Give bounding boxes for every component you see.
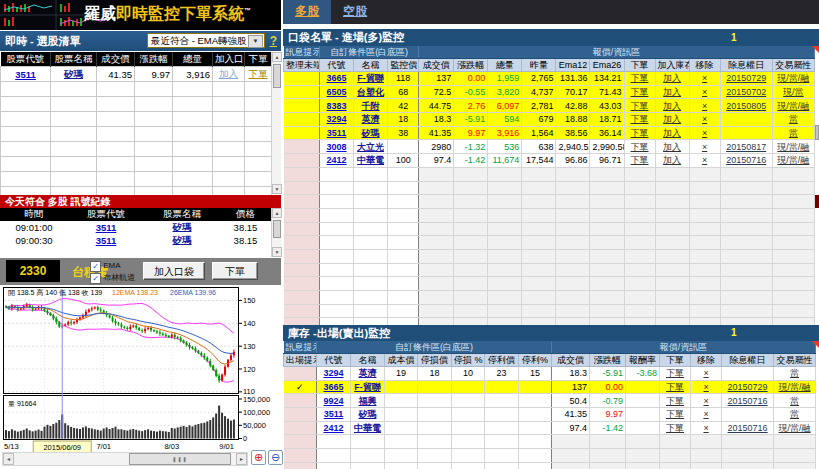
stock-code-link[interactable]: 3511: [68, 221, 144, 234]
order-link[interactable]: 下單: [660, 367, 691, 381]
scroll-up-icon[interactable]: ▲: [272, 52, 282, 62]
stock-code-link[interactable]: 3511: [68, 234, 144, 247]
scroll-down-icon[interactable]: ▼: [272, 247, 282, 257]
signal-filter-dropdown[interactable]: 最近符合 - EMA轉強股 ▼: [147, 33, 265, 48]
scroll-down-icon[interactable]: ▼: [272, 184, 282, 194]
stock-name-link[interactable]: 福興: [351, 394, 385, 408]
scrollbar-thumb[interactable]: [273, 64, 281, 88]
ex-dividend-date-link[interactable]: 20150716: [722, 394, 774, 408]
add-to-inventory-link[interactable]: 加入: [655, 85, 689, 99]
stock-code-link[interactable]: 3511: [317, 408, 351, 422]
ex-dividend-date-link[interactable]: 20150817: [720, 140, 772, 154]
stock-code-link[interactable]: 3511: [320, 126, 354, 140]
ema-checkbox[interactable]: ✓: [90, 261, 101, 272]
trade-attribute-link[interactable]: 現/當/融: [774, 380, 816, 394]
remove-link[interactable]: ×: [689, 113, 720, 127]
scroll-up-icon[interactable]: ▲: [272, 208, 282, 218]
order-link[interactable]: 下單: [245, 67, 272, 82]
stock-name-link[interactable]: F-貿聯: [351, 380, 385, 394]
stock-code-link[interactable]: 6505: [320, 85, 354, 99]
trade-attribute-link[interactable]: 現/當/融: [772, 72, 814, 86]
remove-link[interactable]: ×: [691, 367, 722, 381]
scrollbar-thumb[interactable]: [815, 125, 819, 140]
stock-name-link[interactable]: 矽瑪: [354, 126, 388, 140]
signal-scrollbar[interactable]: ▲ ▼: [271, 208, 281, 257]
trade-attribute-link[interactable]: 當: [772, 126, 814, 140]
place-order-button[interactable]: 下單: [212, 262, 258, 280]
remove-link[interactable]: ×: [689, 85, 720, 99]
trade-attribute-link[interactable]: 現/當: [772, 85, 814, 99]
stock-name-link[interactable]: 矽瑪: [144, 234, 220, 247]
zoom-in-icon[interactable]: ⊕: [251, 450, 266, 465]
stock-name-link[interactable]: 千附: [354, 99, 388, 113]
stock-name-link[interactable]: 英濟: [351, 367, 385, 381]
chart-horizontal-scrollbar[interactable]: ◄ ❚❚❚ ►: [2, 452, 248, 466]
stock-name-link[interactable]: 矽瑪: [51, 67, 97, 82]
stock-code-link[interactable]: 3294: [317, 367, 351, 381]
scrollbar-thumb[interactable]: [273, 220, 281, 238]
remove-link[interactable]: ×: [689, 72, 720, 86]
bollinger-checkbox[interactable]: ✓: [90, 273, 101, 284]
remove-link[interactable]: ×: [689, 126, 720, 140]
stock-code-link[interactable]: 3665: [317, 380, 351, 394]
trade-attribute-link[interactable]: 當: [774, 367, 816, 381]
stock-code-link[interactable]: 3511: [1, 67, 51, 82]
ex-dividend-date-link[interactable]: 20150805: [720, 99, 772, 113]
tab-short[interactable]: 空股: [331, 0, 379, 24]
stock-name-link[interactable]: 台塑化: [354, 85, 388, 99]
stock-name-link[interactable]: 中華電: [354, 154, 388, 168]
trade-attribute-link[interactable]: 現/當/融: [772, 99, 814, 113]
add-to-inventory-link[interactable]: 加入: [655, 154, 689, 168]
stock-name-link[interactable]: 英濟: [354, 113, 388, 127]
add-to-inventory-link[interactable]: 加入: [655, 140, 689, 154]
zoom-out-icon[interactable]: ⊖: [268, 450, 283, 465]
remove-link[interactable]: ×: [689, 140, 720, 154]
trade-attribute-link[interactable]: 現/當/融: [772, 154, 814, 168]
stock-code-link[interactable]: 2412: [317, 421, 351, 435]
order-link[interactable]: 下單: [624, 113, 655, 127]
stock-code-link[interactable]: 3665: [320, 72, 354, 86]
order-link[interactable]: 下單: [660, 421, 691, 435]
add-to-pocket-button[interactable]: 加入口袋: [143, 262, 205, 280]
trade-attribute-link[interactable]: 現/當/融: [774, 421, 816, 435]
trade-attribute-link[interactable]: 當: [772, 113, 814, 127]
remove-link[interactable]: ×: [689, 99, 720, 113]
order-link[interactable]: 下單: [660, 408, 691, 422]
remove-link[interactable]: ×: [691, 421, 722, 435]
trade-attribute-link[interactable]: 現/當/融: [772, 140, 814, 154]
ex-dividend-date-link[interactable]: 20150702: [720, 85, 772, 99]
tab-long[interactable]: 多股: [283, 0, 331, 24]
ex-dividend-date-link[interactable]: 20150716: [722, 421, 774, 435]
ex-dividend-date-link[interactable]: 20150716: [720, 154, 772, 168]
ex-dividend-date-link[interactable]: 20150729: [722, 380, 774, 394]
add-to-pocket-link[interactable]: 加入: [213, 67, 245, 82]
add-to-inventory-link[interactable]: 加入: [655, 72, 689, 86]
remove-link[interactable]: ×: [691, 394, 722, 408]
scroll-right-icon[interactable]: ►: [236, 453, 247, 465]
order-link[interactable]: 下單: [624, 126, 655, 140]
stock-code-link[interactable]: 8383: [320, 99, 354, 113]
stock-code-link[interactable]: 3008: [320, 140, 354, 154]
trade-attribute-link[interactable]: 當: [774, 408, 816, 422]
add-to-inventory-link[interactable]: 加入: [655, 126, 689, 140]
remove-link[interactable]: ×: [689, 154, 720, 168]
order-link[interactable]: 下單: [660, 394, 691, 408]
remove-link[interactable]: ×: [691, 408, 722, 422]
ex-dividend-date-link[interactable]: 20150729: [720, 72, 772, 86]
stock-name-link[interactable]: 矽瑪: [351, 408, 385, 422]
order-link[interactable]: 下單: [624, 140, 655, 154]
order-link[interactable]: 下單: [624, 99, 655, 113]
order-link[interactable]: 下單: [660, 380, 691, 394]
help-link[interactable]: ?: [270, 34, 277, 48]
scroll-left-icon[interactable]: ◄: [3, 453, 14, 465]
stock-name-link[interactable]: F-貿聯: [354, 72, 388, 86]
order-link[interactable]: 下單: [624, 85, 655, 99]
scrollbar-thumb[interactable]: ❚❚❚: [129, 453, 231, 465]
stock-name-link[interactable]: 矽瑪: [144, 221, 220, 234]
stock-code-link[interactable]: 2412: [320, 154, 354, 168]
order-link[interactable]: 下單: [624, 72, 655, 86]
stock-name-link[interactable]: 大立光: [354, 140, 388, 154]
watchlist-scrollbar[interactable]: ▲ ▼: [271, 52, 281, 194]
trade-attribute-link[interactable]: 當: [774, 394, 816, 408]
remove-link[interactable]: ×: [691, 380, 722, 394]
